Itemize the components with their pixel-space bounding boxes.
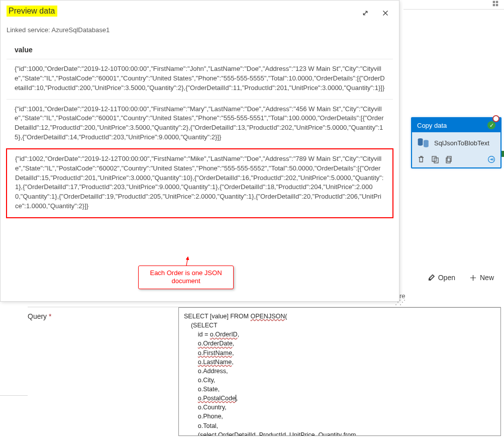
activity-type-label: Copy data <box>417 122 447 129</box>
clone-icon[interactable] <box>431 155 439 163</box>
open-button[interactable]: Open <box>428 274 455 282</box>
copy-data-icon <box>417 137 430 148</box>
dataset-icon <box>492 0 499 7</box>
activity-name-label: SqlJsonToBlobText <box>434 139 489 147</box>
close-icon[interactable] <box>381 9 390 19</box>
column-header-value: value <box>7 41 393 59</box>
delete-icon[interactable] <box>417 155 425 163</box>
svg-rect-0 <box>493 1 495 3</box>
query-textarea[interactable]: SELECT [value] FROM OPENJSON( (SELECT id… <box>178 307 501 436</box>
open-label: Open <box>438 274 455 282</box>
new-button[interactable]: New <box>469 274 494 282</box>
datasets-panel-header <box>404 0 504 10</box>
query-section: Query * SELECT [value] FROM OPENJSON( (S… <box>28 307 501 436</box>
preview-title: Preview data <box>7 6 57 17</box>
preview-table: value {"id":1000,"OrderDate":"2019-12-10… <box>7 41 393 218</box>
add-output-icon[interactable] <box>487 155 495 163</box>
required-asterisk: * <box>49 312 51 320</box>
svg-rect-10 <box>446 158 450 163</box>
new-label: New <box>480 274 494 282</box>
preview-data-panel: Preview data Linked service: AzureSqlDat… <box>0 0 399 302</box>
svg-rect-2 <box>493 4 495 6</box>
plus-icon <box>469 274 477 282</box>
divider <box>0 395 28 396</box>
success-check-icon: ✓ <box>487 121 495 129</box>
svg-rect-3 <box>496 4 498 6</box>
table-row: {"id":1000,"OrderDate":"2019-12-10T00:00… <box>7 59 393 99</box>
dataset-toolbar: Open New <box>423 272 499 284</box>
table-row-highlighted: {"id":1002,"OrderDate":"2019-12-12T00:00… <box>6 148 393 218</box>
annotation-callout: Each Order is one JSON document <box>138 266 234 289</box>
status-indicator-icon <box>492 115 499 122</box>
pencil-icon <box>428 274 435 282</box>
copy-data-activity[interactable]: Copy data ✓ SqlJsonToBlobText <box>411 117 501 168</box>
copy-icon[interactable] <box>445 155 453 163</box>
query-label: Query <box>28 312 47 320</box>
linked-service-label: Linked service: AzureSqlDatabase1 <box>1 19 399 41</box>
maximize-icon[interactable] <box>361 9 370 19</box>
svg-rect-1 <box>496 1 498 3</box>
table-row: {"id":1001,"OrderDate":"2019-12-11T00:00… <box>7 99 393 148</box>
svg-rect-9 <box>447 156 451 161</box>
